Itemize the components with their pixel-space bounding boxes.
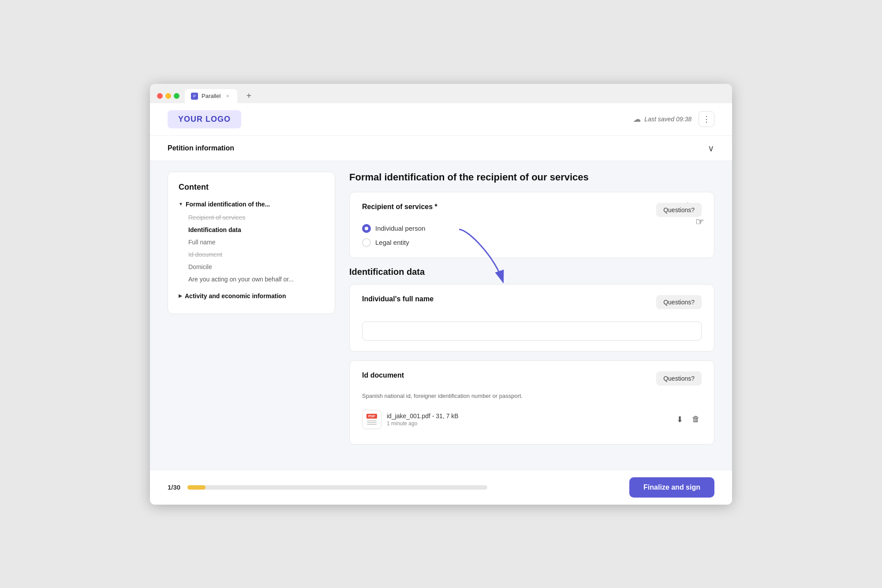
maximize-dot[interactable] (174, 93, 179, 99)
sidebar-card: Content ▼ Formal identification of the..… (168, 172, 335, 314)
radio-individual-circle (362, 224, 371, 233)
tab-label: Parallel (202, 93, 220, 99)
file-info: id_jake_001.pdf - 31, 7 kB 1 minute ago (387, 412, 669, 427)
radio-legal-circle (362, 238, 371, 247)
file-item: PDF id_jake_001.pdf - 31, 7 (362, 405, 702, 434)
section-header[interactable]: Petition information ∨ (150, 136, 732, 161)
app-header: YOUR LOGO ☁ Last saved 09:38 ⋮ (150, 103, 732, 136)
radio-group-recipient: Individual person Legal entity (362, 224, 702, 247)
pdf-label: PDF (366, 414, 377, 419)
delete-file-button[interactable]: 🗑 (690, 413, 702, 426)
browser-dots (157, 93, 179, 99)
sidebar-item-identification-data[interactable]: Identification data (179, 224, 324, 236)
close-dot[interactable] (157, 93, 163, 99)
sidebar-item-recipient[interactable]: Recipient of services (179, 211, 324, 224)
radio-individual-label: Individual person (375, 225, 425, 232)
id-document-card-title: Id document (362, 371, 404, 379)
file-name: id_jake_001.pdf - 31, 7 kB (387, 412, 669, 419)
full-name-card-header: Individual's full name Questions? (362, 295, 702, 309)
radio-legal-label: Legal entity (375, 239, 409, 246)
logo: YOUR LOGO (168, 110, 241, 128)
main-layout: Content ▼ Formal identification of the..… (150, 161, 732, 470)
radio-individual-person[interactable]: Individual person (362, 224, 702, 233)
sidebar-item-acting-behalf[interactable]: Are you acting on your own behalf or... (179, 273, 324, 285)
identification-section-title: Identification data (349, 267, 714, 277)
file-upload-time: 1 minute ago (387, 420, 669, 427)
sidebar-section-header-2[interactable]: ▶ Activity and economic information (179, 292, 324, 300)
progress-bar-background (187, 485, 487, 490)
bottom-bar: 1/30 Finalize and sign (150, 470, 732, 505)
id-document-questions-button[interactable]: Questions? (656, 371, 702, 386)
sidebar-section-2: ▶ Activity and economic information (179, 292, 324, 300)
recipient-card-title: Recipient of services * (362, 203, 437, 211)
content-area: Formal identification of the recipient o… (349, 172, 714, 459)
browser-tab[interactable]: P Parallel × (185, 89, 237, 103)
tab-favicon: P (191, 93, 198, 100)
full-name-input[interactable] (362, 322, 702, 341)
last-saved-indicator: ☁ Last saved 09:38 (633, 114, 691, 124)
download-file-button[interactable]: ⬇ (675, 413, 685, 426)
app-content: YOUR LOGO ☁ Last saved 09:38 ⋮ Petition … (150, 103, 732, 505)
pdf-file-icon: PDF (362, 410, 381, 429)
page-title: Formal identification of the recipient o… (349, 172, 714, 183)
id-document-card-header: Id document Questions? (362, 371, 702, 386)
id-document-card: Id document Questions? Spanish national … (349, 360, 714, 445)
sidebar-section-1-label: Formal identification of the... (186, 201, 270, 208)
sidebar-item-domicile[interactable]: Domicile (179, 261, 324, 273)
sidebar-item-full-name[interactable]: Full name (179, 236, 324, 248)
file-actions: ⬇ 🗑 (675, 413, 702, 426)
id-document-subtitle: Spanish national id, foreigner identific… (362, 393, 702, 399)
finalize-and-sign-button[interactable]: Finalize and sign (629, 477, 714, 498)
recipient-questions-button[interactable]: Questions? (656, 203, 702, 217)
progress-label: 1/30 (168, 483, 180, 491)
full-name-card-title: Individual's full name (362, 295, 434, 303)
sidebar: Content ▼ Formal identification of the..… (168, 172, 335, 459)
full-name-questions-button[interactable]: Questions? (656, 295, 702, 309)
header-right: ☁ Last saved 09:38 ⋮ (633, 111, 714, 127)
radio-legal-entity[interactable]: Legal entity (362, 238, 702, 247)
progress-bar-fill (187, 485, 206, 490)
sidebar-section-header-1[interactable]: ▼ Formal identification of the... (179, 201, 324, 208)
pdf-lines (367, 420, 377, 425)
more-button[interactable]: ⋮ (699, 111, 714, 127)
full-name-card: Individual's full name Questions? (349, 284, 714, 352)
cloud-icon: ☁ (633, 114, 641, 124)
triangle-down-icon: ▼ (179, 202, 183, 206)
triangle-right-icon: ▶ (179, 293, 182, 298)
tab-close-button[interactable]: × (224, 93, 231, 100)
recipient-card: ⤢ Recipient of services * Questions? ☞ I… (349, 192, 714, 258)
minimize-dot[interactable] (165, 93, 171, 99)
sidebar-section-1: ▼ Formal identification of the... Recipi… (179, 201, 324, 285)
last-saved-text: Last saved 09:38 (644, 116, 691, 123)
sidebar-section-2-label: Activity and economic information (185, 292, 286, 300)
chevron-down-icon: ∨ (708, 143, 714, 154)
section-header-title: Petition information (168, 144, 234, 152)
browser-chrome: P Parallel × + (150, 84, 732, 103)
new-tab-button[interactable]: + (243, 90, 255, 102)
recipient-card-header: Recipient of services * Questions? ☞ (362, 203, 702, 217)
browser-window: P Parallel × + YOUR LOGO ☁ Last saved 09… (150, 84, 732, 505)
sidebar-item-id-document[interactable]: Id document (179, 248, 324, 261)
sidebar-title: Content (179, 183, 324, 192)
progress-section: 1/30 (168, 483, 629, 491)
